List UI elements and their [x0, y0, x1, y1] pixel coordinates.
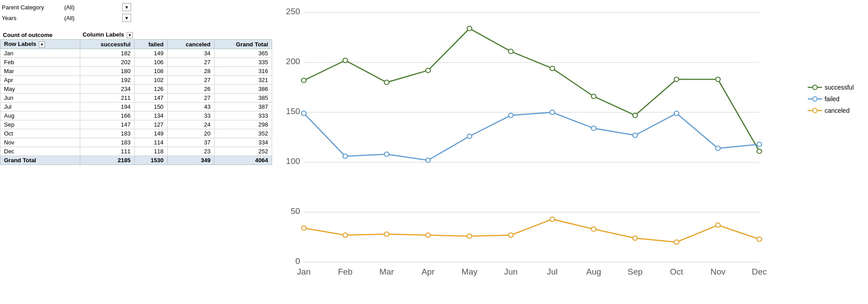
row-failed: 147 — [134, 94, 167, 103]
table-row: Apr 192 102 27 321 — [0, 76, 272, 85]
row-grand-total: 365 — [214, 49, 272, 58]
row-successful: 147 — [80, 120, 134, 129]
legend-label: canceled — [825, 107, 850, 114]
row-failed: 127 — [134, 120, 167, 129]
row-canceled: 27 — [167, 76, 214, 85]
svg-point-25 — [343, 58, 348, 63]
years-value: (All) — [64, 15, 122, 21]
row-month-label: Jul — [0, 103, 80, 111]
count-of-outcome-header: Count of outcome — [0, 30, 80, 40]
row-canceled: 34 — [167, 49, 214, 58]
legend-label: failed — [825, 95, 839, 103]
svg-point-49 — [343, 233, 348, 238]
row-canceled: 37 — [167, 138, 214, 147]
legend-line-icon — [808, 85, 822, 90]
chart-legend: successful failed canceled — [808, 84, 854, 114]
pivot-table: Count of outcome Column Labels ▼ Row Lab… — [0, 30, 272, 165]
row-grand-total: 333 — [214, 111, 272, 120]
row-successful: 183 — [80, 129, 134, 138]
svg-point-58 — [715, 223, 720, 227]
svg-point-37 — [343, 154, 348, 159]
row-successful: 234 — [80, 85, 134, 94]
row-month-label: Apr — [0, 76, 80, 85]
successful-col-header: successful — [80, 40, 134, 49]
row-failed: 118 — [134, 147, 167, 156]
svg-point-30 — [550, 66, 555, 70]
years-dropdown[interactable]: ▼ — [122, 14, 131, 22]
row-failed: 149 — [134, 49, 167, 58]
svg-point-63 — [813, 97, 817, 101]
row-month-label: Dec — [0, 147, 80, 156]
grand-total-row: Grand Total 2185 1530 349 4064 — [0, 156, 272, 165]
svg-point-44 — [633, 133, 638, 138]
svg-point-53 — [508, 233, 513, 238]
years-filter-row: Years (All) ▼ — [0, 12, 272, 23]
row-failed: 149 — [134, 129, 167, 138]
svg-text:Jan: Jan — [297, 267, 311, 276]
table-row: Oct 183 149 20 352 — [0, 129, 272, 138]
svg-point-48 — [302, 226, 306, 230]
row-successful: 211 — [80, 94, 134, 103]
svg-point-54 — [550, 217, 555, 222]
row-month-label: Jun — [0, 94, 80, 103]
years-label: Years — [2, 15, 64, 21]
legend-label: successful — [825, 84, 854, 91]
svg-point-40 — [467, 134, 472, 139]
row-grand-total: 335 — [214, 58, 272, 67]
row-failed: 106 — [134, 58, 167, 67]
row-month-label: Sep — [0, 120, 80, 129]
row-successful: 166 — [80, 111, 134, 120]
svg-point-29 — [508, 49, 513, 53]
canceled-col-header: canceled — [167, 40, 214, 49]
row-grand-total: 298 — [214, 120, 272, 129]
row-canceled: 43 — [167, 103, 214, 111]
svg-point-56 — [633, 236, 638, 240]
table-row: May 234 126 26 386 — [0, 85, 272, 94]
svg-text:Mar: Mar — [380, 267, 394, 276]
row-month-label: Mar — [0, 67, 80, 76]
row-grand-total: 252 — [214, 147, 272, 156]
svg-point-61 — [813, 85, 817, 90]
svg-text:Aug: Aug — [586, 267, 601, 276]
row-successful: 192 — [80, 76, 134, 85]
parent-category-dropdown[interactable]: ▼ — [122, 3, 131, 11]
grand-total-canceled: 349 — [167, 156, 214, 165]
parent-category-filter-row: Parent Category (All) ▼ — [0, 2, 272, 12]
svg-text:Jun: Jun — [504, 267, 518, 276]
legend-line-icon — [808, 96, 822, 102]
row-month-label: Aug — [0, 111, 80, 120]
svg-point-51 — [426, 233, 430, 238]
grand-total-failed: 1530 — [134, 156, 167, 165]
svg-point-42 — [550, 110, 555, 115]
table-row: Mar 180 108 28 316 — [0, 67, 272, 76]
grand-total-label: Grand Total — [0, 156, 80, 165]
column-filter-icon[interactable]: ▼ — [127, 32, 133, 38]
row-successful: 182 — [80, 49, 134, 58]
svg-point-32 — [633, 113, 638, 118]
grand-total-col-header: Grand Total — [214, 40, 272, 49]
svg-point-59 — [757, 237, 762, 241]
parent-category-label: Parent Category — [2, 4, 64, 11]
svg-point-43 — [591, 126, 596, 131]
svg-text:Feb: Feb — [338, 267, 353, 276]
row-canceled: 33 — [167, 111, 214, 120]
svg-point-46 — [715, 146, 720, 151]
chart-panel: 050100150200250JanFebMarAprMayJunJulAugS… — [272, 0, 868, 304]
legend-line-icon — [808, 108, 822, 113]
svg-point-36 — [302, 111, 306, 115]
row-failed: 134 — [134, 111, 167, 120]
svg-point-55 — [591, 227, 596, 231]
grand-total-successful: 2185 — [80, 156, 134, 165]
row-successful: 111 — [80, 147, 134, 156]
row-canceled: 24 — [167, 120, 214, 129]
row-grand-total: 387 — [214, 103, 272, 111]
chart-container: 050100150200250JanFebMarAprMayJunJulAugS… — [276, 4, 863, 289]
row-successful: 194 — [80, 103, 134, 111]
column-labels-header: Column Labels ▼ — [80, 30, 214, 40]
row-filter-icon[interactable]: ▼ — [39, 41, 45, 48]
svg-point-45 — [674, 111, 679, 115]
svg-point-31 — [591, 94, 596, 99]
svg-point-24 — [302, 78, 306, 82]
svg-text:Dec: Dec — [752, 267, 767, 276]
table-row: Jan 182 149 34 365 — [0, 49, 272, 58]
